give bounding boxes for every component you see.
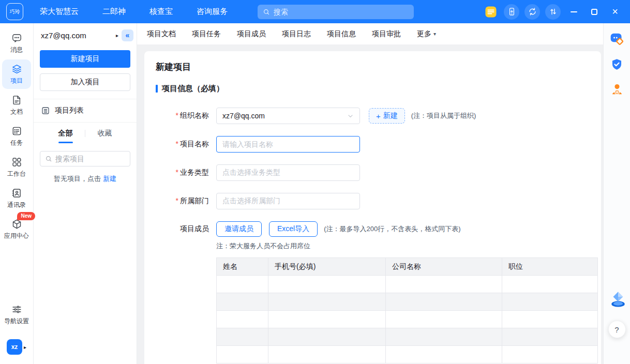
rail-item-label: 应用中心	[4, 232, 29, 240]
col-position: 职位	[502, 258, 598, 276]
maximize-icon	[591, 9, 597, 15]
member-table-body	[217, 276, 598, 363]
app-center-cube-icon	[11, 219, 22, 230]
help-button[interactable]: ?	[608, 321, 626, 338]
section-title: 项目信息（必填）	[162, 84, 224, 94]
project-name-input[interactable]	[222, 140, 354, 148]
members-label: 项目成员	[156, 224, 209, 234]
top-nav-erlangshen[interactable]: 二郎神	[102, 7, 126, 17]
help-icon: ?	[614, 325, 619, 334]
rail-item-projects[interactable]: 项目	[2, 59, 31, 89]
transfer-icon[interactable]	[545, 4, 561, 20]
new-project-button[interactable]: 新建项目	[40, 50, 130, 68]
account-arrow-icon[interactable]: ▸	[116, 33, 118, 38]
tab-project-approval[interactable]: 项目审批	[372, 29, 401, 39]
business-type-select[interactable]: 点击选择业务类型	[216, 164, 360, 181]
global-search-input[interactable]	[274, 8, 409, 16]
customer-service-icon[interactable]	[609, 31, 625, 47]
new-project-form: *组织名称 xz7@qq.com +新建 (注：项目从属于组织) *项目名称	[156, 108, 601, 363]
top-nav-rongda-cloud[interactable]: 荣大智慧云	[40, 7, 79, 17]
rail-item-app-center[interactable]: New 应用中心	[2, 215, 31, 244]
create-org-label: 新建	[383, 111, 398, 120]
gift-crystal-icon[interactable]	[609, 291, 625, 306]
tab-project-info[interactable]: 项目信息	[327, 29, 356, 39]
col-name: 姓名	[217, 258, 268, 276]
app-logo[interactable]: 巧玲	[6, 3, 23, 20]
top-nav-hechabao[interactable]: 核查宝	[149, 7, 173, 17]
project-search-input[interactable]	[55, 155, 125, 163]
rail-item-messages[interactable]: 消息	[2, 28, 31, 58]
avatar[interactable]: xz	[7, 339, 22, 355]
project-search[interactable]	[40, 151, 130, 166]
collapse-sidebar-button[interactable]: «	[122, 29, 133, 41]
search-icon	[263, 8, 270, 16]
rail-item-contacts[interactable]: 通讯录	[2, 184, 31, 213]
tab-project-members[interactable]: 项目成员	[237, 29, 266, 39]
new-badge: New	[17, 212, 35, 220]
add-person-icon[interactable]	[609, 82, 625, 97]
tab-favorites[interactable]: 收藏	[85, 129, 124, 143]
search-icon	[45, 155, 52, 162]
org-select[interactable]: xz7@qq.com	[216, 108, 360, 124]
department-label: *所属部门	[156, 196, 209, 206]
tab-project-tasks[interactable]: 项目任务	[192, 29, 221, 39]
user-avatar-row[interactable]: xz ▸	[7, 339, 26, 355]
app-logo-text: 巧玲	[10, 8, 20, 16]
member-table: 姓名 手机号(必填) 公司名称 职位	[216, 257, 598, 363]
account-name[interactable]: xz7@qq.com	[41, 31, 113, 40]
minimize-button[interactable]	[566, 4, 581, 20]
org-note: (注：项目从属于组织)	[411, 111, 476, 120]
more-label: 更多	[417, 29, 431, 39]
empty-text: 暂无项目，点击	[54, 175, 101, 183]
main-area: 项目文档 项目任务 项目成员 项目日志 项目信息 项目审批 更多▾ 新建项目 项…	[137, 23, 603, 364]
create-org-button[interactable]: +新建	[369, 108, 405, 124]
project-list-label: 项目列表	[55, 106, 84, 115]
members-note: (注：最多导入200行，不含表头，格式同下表)	[324, 224, 460, 234]
notes-icon[interactable]	[483, 4, 499, 20]
close-button[interactable]: ×	[607, 4, 623, 20]
required-mark: *	[176, 168, 178, 176]
title-bar-actions: ×	[483, 4, 623, 20]
global-search[interactable]	[258, 5, 414, 19]
tab-project-logs[interactable]: 项目日志	[282, 29, 311, 39]
title-bar: 巧玲 荣大智慧云 二郎神 核查宝 咨询服务 ×	[0, 0, 630, 23]
join-project-button[interactable]: 加入项目	[40, 73, 130, 91]
rail-item-label: 任务	[10, 139, 23, 147]
project-name-field[interactable]	[216, 136, 360, 153]
required-mark: *	[176, 140, 178, 148]
chevron-down-icon	[347, 113, 354, 119]
department-select[interactable]: 点击选择所属部门	[216, 193, 360, 209]
project-layers-icon	[11, 64, 22, 74]
required-mark: *	[176, 111, 178, 119]
section-accent-bar	[156, 85, 158, 93]
empty-create-link[interactable]: 新建	[103, 175, 116, 183]
tab-project-docs[interactable]: 项目文档	[147, 29, 176, 39]
expand-arrow-icon[interactable]: ▸	[24, 344, 26, 350]
table-header-row: 姓名 手机号(必填) 公司名称 职位	[217, 258, 598, 276]
rail-item-label: 项目	[10, 77, 23, 85]
invite-members-button[interactable]: 邀请成员	[216, 221, 262, 237]
project-tabbar: 项目文档 项目任务 项目成员 项目日志 项目信息 项目审批 更多▾	[137, 23, 603, 45]
list-icon	[41, 106, 50, 115]
rail-item-tasks[interactable]: 任务	[2, 122, 31, 151]
required-mark: *	[176, 196, 178, 205]
project-list-header[interactable]: 项目列表	[34, 99, 137, 122]
minimize-icon	[571, 11, 577, 12]
tab-all-projects[interactable]: 全部	[46, 129, 85, 143]
shield-check-icon[interactable]	[609, 56, 625, 72]
excel-import-button[interactable]: Excel导入	[269, 221, 318, 237]
plus-icon: +	[376, 112, 381, 120]
rail-item-documents[interactable]: 文档	[2, 90, 31, 120]
rail-item-workbench[interactable]: 工作台	[2, 153, 31, 182]
maximize-button[interactable]	[587, 4, 602, 20]
rail-item-nav-settings[interactable]: 导航设置	[2, 300, 31, 329]
form-row-members: 项目成员 邀请成员 Excel导入 (注：最多导入200行，不含表头，格式同下表…	[156, 221, 601, 237]
chevron-down-icon: ▾	[433, 31, 436, 37]
col-phone: 手机号(必填)	[268, 258, 386, 276]
tab-more[interactable]: 更多▾	[417, 29, 436, 39]
mobile-download-icon[interactable]	[504, 4, 519, 20]
rail-item-label: 文档	[10, 108, 23, 116]
top-nav-consulting[interactable]: 咨询服务	[197, 7, 228, 17]
project-name-label: *项目名称	[156, 140, 209, 149]
sync-icon[interactable]	[524, 4, 540, 20]
